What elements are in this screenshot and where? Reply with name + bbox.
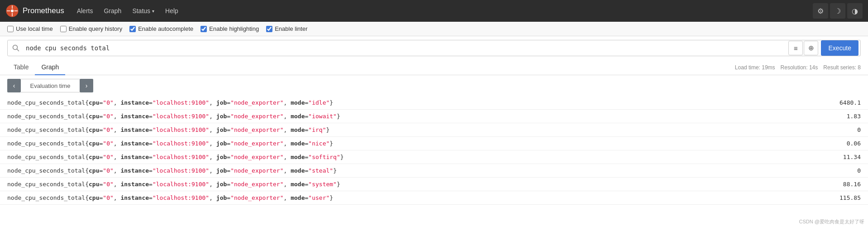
nav-graph[interactable]: Graph [98,0,127,22]
enable-query-history-label: Enable query history [69,25,123,32]
table-row: node_cpu_seconds_total{cpu="0", instance… [0,164,868,178]
brand-label: Prometheus [23,6,64,15]
eval-row: ‹ Evaluation time › [0,75,868,96]
list-icon: ≡ [794,44,798,52]
result-value: 0.06 [832,137,868,150]
dark-mode-button[interactable]: ☽ [830,3,845,19]
table-row: node_cpu_seconds_total{cpu="0", instance… [0,137,868,150]
search-bar: ≡ ⊕ Execute [7,40,861,56]
contrast-button[interactable]: ◑ [847,3,863,19]
result-label: node_cpu_seconds_total{cpu="0", instance… [0,137,832,150]
result-label: node_cpu_seconds_total{cpu="0", instance… [0,123,832,137]
use-local-time-option[interactable]: Use local time [7,25,53,32]
result-value: 1.83 [832,110,868,123]
nav-status-dropdown[interactable]: Status ▾ [127,0,160,22]
settings-button[interactable]: ⚙ [813,3,828,19]
search-input[interactable] [24,41,788,55]
enable-query-history-option[interactable]: Enable query history [60,25,123,32]
prometheus-logo [5,4,19,18]
chevron-down-icon: ▾ [152,9,154,14]
enable-autocomplete-label: Enable autocomplete [138,25,193,32]
result-label: node_cpu_seconds_total{cpu="0", instance… [0,150,832,164]
result-value: 0 [832,123,868,137]
table-row: node_cpu_seconds_total{cpu="0", instance… [0,191,868,205]
eval-prev-button[interactable]: ‹ [7,79,21,92]
resolution: Resolution: 14s [781,64,818,71]
eval-next-button[interactable]: › [80,79,93,92]
enable-query-history-checkbox[interactable] [60,26,67,32]
enable-linter-option[interactable]: Enable linter [266,25,307,32]
nav-alerts[interactable]: Alerts [72,0,99,22]
metrics-explorer-button[interactable]: ⊕ [804,41,818,55]
table-row: node_cpu_seconds_total{cpu="0", instance… [0,150,868,164]
enable-autocomplete-checkbox[interactable] [129,26,136,32]
load-time: Load time: 19ms [735,64,775,71]
tabs-row: Table Graph Load time: 19ms Resolution: … [0,60,868,75]
result-label: node_cpu_seconds_total{cpu="0", instance… [0,164,832,178]
result-label: node_cpu_seconds_total{cpu="0", instance… [0,178,832,191]
table-row: node_cpu_seconds_total{cpu="0", instance… [0,110,868,123]
search-actions: ≡ ⊕ Execute [788,40,860,56]
query-list-button[interactable]: ≡ [788,41,803,55]
use-local-time-checkbox[interactable] [7,26,14,32]
navbar: Prometheus Alerts Graph Status ▾ Help ⚙ … [0,0,868,22]
enable-autocomplete-option[interactable]: Enable autocomplete [129,25,193,32]
execute-button[interactable]: Execute [821,40,858,56]
use-local-time-label: Use local time [16,25,53,32]
table-row: node_cpu_seconds_total{cpu="0", instance… [0,178,868,191]
toolbar: Use local time Enable query history Enab… [0,22,868,36]
result-value: 11.34 [832,150,868,164]
eval-time-display: Evaluation time [21,79,80,92]
search-icon [8,44,24,52]
brand: Prometheus [5,4,64,18]
result-value: 88.16 [832,178,868,191]
result-label: node_cpu_seconds_total{cpu="0", instance… [0,96,832,110]
tabs-left: Table Graph [7,60,65,75]
enable-linter-label: Enable linter [275,25,307,32]
compass-icon: ⊕ [808,44,814,52]
result-label: node_cpu_seconds_total{cpu="0", instance… [0,191,832,205]
enable-linter-checkbox[interactable] [266,26,272,32]
svg-point-1 [11,10,14,12]
navbar-right: ⚙ ☽ ◑ [813,3,863,19]
nav-help[interactable]: Help [160,0,184,22]
enable-highlighting-label: Enable highlighting [209,25,259,32]
result-value: 0 [832,164,868,178]
result-label: node_cpu_seconds_total{cpu="0", instance… [0,110,832,123]
nav-links: Alerts Graph Status ▾ Help [72,0,184,22]
tab-table[interactable]: Table [7,60,35,75]
tabs-meta: Load time: 19ms Resolution: 14s Result s… [735,64,861,71]
svg-line-7 [17,49,19,51]
table-row: node_cpu_seconds_total{cpu="0", instance… [0,96,868,110]
tab-graph[interactable]: Graph [35,60,65,75]
result-series: Result series: 8 [823,64,861,71]
enable-highlighting-checkbox[interactable] [200,26,207,32]
result-value: 115.85 [832,191,868,205]
result-value: 6480.1 [832,96,868,110]
results-table: node_cpu_seconds_total{cpu="0", instance… [0,96,868,205]
table-row: node_cpu_seconds_total{cpu="0", instance… [0,123,868,137]
enable-highlighting-option[interactable]: Enable highlighting [200,25,259,32]
